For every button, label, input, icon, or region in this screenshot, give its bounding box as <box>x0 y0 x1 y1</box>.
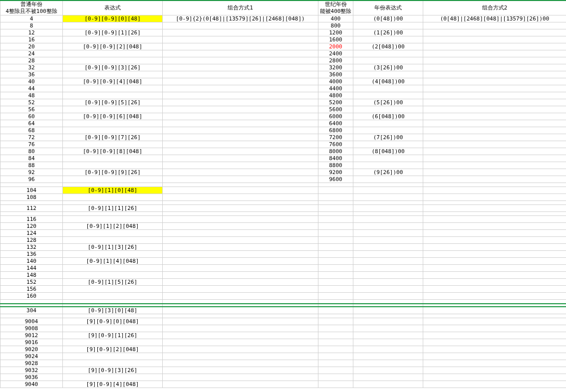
year-expr-cell[interactable]: (7[26])00 <box>353 134 423 141</box>
combo2-cell[interactable] <box>423 169 566 176</box>
combo2-cell[interactable] <box>423 106 566 113</box>
century-cell[interactable] <box>318 230 353 237</box>
year-cell[interactable]: 9032 <box>0 367 63 374</box>
century-cell[interactable] <box>318 307 353 314</box>
year-expr-cell[interactable] <box>353 360 423 367</box>
combo1-cell[interactable] <box>163 78 318 85</box>
combo1-cell[interactable] <box>163 205 318 212</box>
combo1-cell[interactable] <box>163 339 318 346</box>
combo1-cell[interactable] <box>163 113 318 120</box>
expr-cell[interactable] <box>63 374 163 381</box>
expr-cell[interactable] <box>63 286 163 293</box>
year-cell[interactable]: 9028 <box>0 360 63 367</box>
century-cell[interactable] <box>318 332 353 339</box>
year-cell[interactable]: 16 <box>0 36 63 43</box>
year-expr-cell[interactable]: (4[048])00 <box>353 78 423 85</box>
expr-cell[interactable]: [0-9][3][0][48] <box>63 307 163 314</box>
combo2-cell[interactable] <box>423 374 566 381</box>
combo2-cell[interactable] <box>423 120 566 127</box>
century-cell[interactable] <box>318 251 353 258</box>
expr-cell[interactable]: [0-9][0-9][0][48] <box>63 15 163 22</box>
century-cell[interactable]: 8000 <box>318 148 353 155</box>
century-cell[interactable]: 7600 <box>318 141 353 148</box>
combo2-cell[interactable] <box>423 205 566 212</box>
year-expr-cell[interactable] <box>353 106 423 113</box>
century-cell[interactable] <box>318 367 353 374</box>
year-cell[interactable]: 9024 <box>0 353 63 360</box>
century-cell[interactable] <box>318 194 353 201</box>
expr-cell[interactable]: [0-9][1][4][048] <box>63 258 163 265</box>
year-cell[interactable]: 144 <box>0 265 63 272</box>
year-expr-cell[interactable] <box>353 346 423 353</box>
expr-cell[interactable] <box>63 325 163 332</box>
expr-cell[interactable] <box>63 201 163 205</box>
century-cell[interactable]: 800 <box>318 22 353 29</box>
combo1-cell[interactable] <box>163 212 318 216</box>
century-cell[interactable]: 2000 <box>318 43 353 50</box>
year-cell[interactable]: 28 <box>0 57 63 64</box>
century-cell[interactable] <box>318 353 353 360</box>
century-cell[interactable] <box>318 279 353 286</box>
combo2-cell[interactable] <box>423 36 566 43</box>
year-cell[interactable]: 64 <box>0 120 63 127</box>
expr-cell[interactable]: [0-9][1][1][26] <box>63 205 163 212</box>
year-expr-cell[interactable] <box>353 374 423 381</box>
year-expr-cell[interactable] <box>353 216 423 223</box>
combo1-cell[interactable] <box>163 148 318 155</box>
year-expr-cell[interactable] <box>353 212 423 216</box>
combo2-cell[interactable] <box>423 57 566 64</box>
expr-cell[interactable]: [9][0-9][1][26] <box>63 332 163 339</box>
century-cell[interactable]: 1200 <box>318 29 353 36</box>
year-cell[interactable]: 108 <box>0 194 63 201</box>
year-cell[interactable]: 9036 <box>0 374 63 381</box>
expr-cell[interactable]: [0-9][0-9][1][26] <box>63 29 163 36</box>
year-cell[interactable]: 76 <box>0 141 63 148</box>
combo1-cell[interactable] <box>163 127 318 134</box>
century-cell[interactable] <box>318 201 353 205</box>
expr-cell[interactable] <box>63 194 163 201</box>
century-cell[interactable] <box>318 216 353 223</box>
combo2-cell[interactable] <box>423 339 566 346</box>
combo2-cell[interactable] <box>423 216 566 223</box>
year-cell[interactable]: 124 <box>0 230 63 237</box>
year-cell[interactable]: 9016 <box>0 339 63 346</box>
year-expr-cell[interactable] <box>353 367 423 374</box>
century-cell[interactable] <box>318 360 353 367</box>
header-col1[interactable]: 普通年份4整除且不被100整除 <box>0 0 63 15</box>
century-cell[interactable]: 3600 <box>318 71 353 78</box>
year-expr-cell[interactable] <box>353 353 423 360</box>
combo1-cell[interactable] <box>163 216 318 223</box>
combo1-cell[interactable] <box>163 85 318 92</box>
expr-cell[interactable] <box>63 36 163 43</box>
year-expr-cell[interactable]: (1[26])00 <box>353 29 423 36</box>
combo1-cell[interactable] <box>163 381 318 388</box>
year-cell[interactable]: 112 <box>0 205 63 212</box>
year-expr-cell[interactable]: (3[26])00 <box>353 64 423 71</box>
century-cell[interactable]: 5200 <box>318 99 353 106</box>
combo2-cell[interactable] <box>423 367 566 374</box>
year-expr-cell[interactable]: (0[48])00 <box>353 15 423 22</box>
century-cell[interactable] <box>318 244 353 251</box>
combo2-cell[interactable] <box>423 113 566 120</box>
year-cell[interactable]: 152 <box>0 279 63 286</box>
year-cell[interactable]: 9020 <box>0 346 63 353</box>
combo1-cell[interactable] <box>163 251 318 258</box>
combo1-cell[interactable] <box>163 71 318 78</box>
combo2-cell[interactable] <box>423 258 566 265</box>
combo2-cell[interactable] <box>423 162 566 169</box>
century-cell[interactable] <box>318 237 353 244</box>
expr-cell[interactable]: [0-9][0-9][9][26] <box>63 169 163 176</box>
expr-cell[interactable] <box>63 237 163 244</box>
year-expr-cell[interactable] <box>353 120 423 127</box>
year-cell[interactable]: 116 <box>0 216 63 223</box>
century-cell[interactable]: 8400 <box>318 155 353 162</box>
century-cell[interactable] <box>318 272 353 279</box>
expr-cell[interactable] <box>63 120 163 127</box>
year-cell[interactable]: 44 <box>0 85 63 92</box>
combo2-cell[interactable] <box>423 148 566 155</box>
combo1-cell[interactable] <box>163 120 318 127</box>
century-cell[interactable]: 2400 <box>318 50 353 57</box>
century-cell[interactable] <box>318 265 353 272</box>
combo2-cell[interactable] <box>423 212 566 216</box>
year-expr-cell[interactable] <box>353 71 423 78</box>
